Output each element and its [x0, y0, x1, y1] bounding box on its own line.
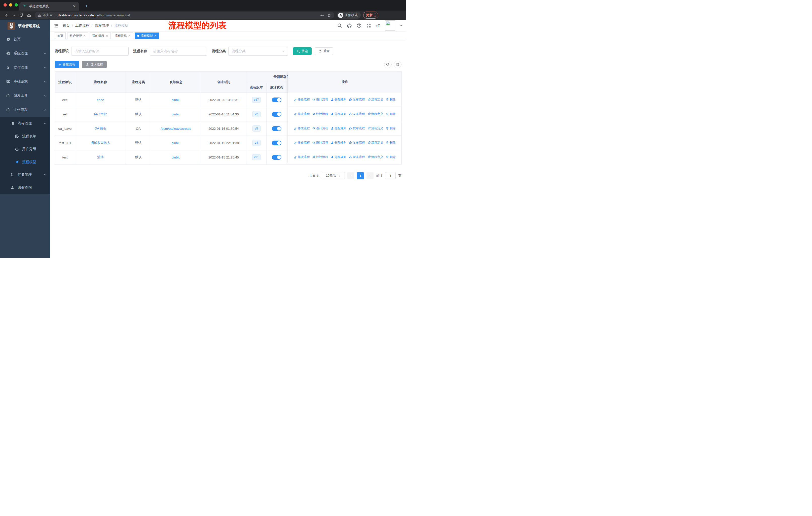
category-select[interactable]: 流程分类 ∨: [228, 47, 288, 56]
active-toggle[interactable]: [272, 141, 282, 145]
refresh-icon[interactable]: [394, 61, 402, 68]
avatar[interactable]: [385, 20, 395, 31]
action-assign-link[interactable]: 分配规则: [331, 126, 347, 131]
process-name-link[interactable]: 滔博: [97, 155, 104, 159]
tag-process-model[interactable]: 流程模型✕: [135, 32, 159, 39]
forward-icon[interactable]: [10, 11, 18, 19]
sidebar-item-process-mgmt[interactable]: 流程管理: [0, 117, 50, 130]
action-delete-link[interactable]: 删除: [386, 141, 396, 145]
process-key-input[interactable]: [71, 47, 128, 56]
close-icon[interactable]: ✕: [128, 34, 130, 37]
window-controls[interactable]: [3, 3, 18, 6]
sidebar-item-leave-query[interactable]: 请假查询: [0, 181, 50, 194]
action-design-link[interactable]: 设计流程: [312, 141, 328, 145]
action-design-link[interactable]: 设计流程: [312, 155, 328, 159]
help-icon[interactable]: [357, 23, 361, 28]
action-publish-link[interactable]: 发布流程: [349, 155, 365, 159]
security-chip[interactable]: 不安全: [38, 13, 53, 18]
action-delete-link[interactable]: 删除: [386, 98, 396, 102]
action-definition-link[interactable]: 流程定义: [368, 155, 383, 159]
window-zoom-button[interactable]: [14, 3, 18, 6]
prev-page-button[interactable]: ‹: [347, 172, 354, 180]
active-toggle[interactable]: [272, 126, 282, 131]
action-assign-link[interactable]: 分配规则: [331, 155, 347, 159]
action-delete-link[interactable]: 删除: [386, 155, 396, 159]
sidebar-item-user-group[interactable]: 用户分组: [0, 143, 50, 156]
sidebar-collapse-icon[interactable]: [54, 23, 59, 28]
browser-tab[interactable]: 芋道管理系统 ✕: [19, 2, 79, 10]
next-page-button[interactable]: ›: [367, 172, 374, 180]
sidebar-item-system[interactable]: 系统管理: [0, 46, 50, 60]
action-publish-link[interactable]: 发布流程: [349, 98, 365, 102]
sidebar-item-home[interactable]: 首页: [0, 32, 50, 46]
action-assign-link[interactable]: 分配规则: [331, 141, 347, 145]
breadcrumb-home[interactable]: 首页: [63, 23, 70, 28]
font-size-icon[interactable]: ᴛT: [376, 23, 380, 28]
process-name-link[interactable]: eeee: [97, 98, 104, 102]
form-info-link[interactable]: biubiu: [172, 98, 180, 102]
tag-my-process[interactable]: 我的流程✕: [90, 32, 111, 39]
process-name-input[interactable]: [150, 47, 207, 56]
active-toggle[interactable]: [272, 155, 282, 160]
sidebar-item-task-mgmt[interactable]: 任务管理: [0, 168, 50, 181]
breadcrumb-process-mgmt[interactable]: 流程管理: [95, 23, 109, 28]
close-icon[interactable]: ✕: [154, 34, 156, 37]
action-publish-link[interactable]: 发布流程: [349, 141, 365, 145]
password-key-icon[interactable]: [320, 13, 324, 18]
window-minimize-button[interactable]: [9, 3, 12, 6]
sidebar-item-workflow[interactable]: 工作流程: [0, 103, 50, 117]
action-definition-link[interactable]: 流程定义: [368, 126, 383, 131]
sidebar-item-devtools[interactable]: 研发工具: [0, 89, 50, 103]
app-logo[interactable]: 芋道管理系统: [0, 20, 50, 32]
action-design-link[interactable]: 设计流程: [312, 126, 328, 131]
action-edit-link[interactable]: 修改流程: [294, 155, 310, 159]
action-assign-link[interactable]: 分配规则: [331, 98, 347, 102]
action-publish-link[interactable]: 发布流程: [349, 112, 365, 116]
form-info-link[interactable]: /bpm/oa/leave/create: [161, 127, 191, 131]
form-info-link[interactable]: biubiu: [172, 141, 180, 145]
close-icon[interactable]: ✕: [106, 34, 108, 37]
goto-page-input[interactable]: [385, 172, 396, 180]
action-edit-link[interactable]: 修改流程: [294, 126, 310, 131]
process-name-link[interactable]: OA 请假: [94, 127, 107, 130]
form-info-link[interactable]: biubiu: [172, 156, 180, 159]
tag-process-form[interactable]: 流程表单✕: [112, 32, 133, 39]
action-publish-link[interactable]: 发布流程: [349, 126, 365, 131]
tag-tenant[interactable]: 租户管理✕: [67, 32, 88, 39]
action-edit-link[interactable]: 修改流程: [294, 141, 310, 145]
search-icon[interactable]: [337, 23, 342, 28]
reload-icon[interactable]: [18, 11, 25, 19]
page-size-select[interactable]: 10条/页 ∨: [322, 172, 345, 180]
tab-close-icon[interactable]: ✕: [72, 4, 77, 8]
action-definition-link[interactable]: 流程定义: [368, 98, 383, 102]
sidebar-item-process-form[interactable]: 流程表单: [0, 130, 50, 143]
create-process-button[interactable]: 新建流程: [55, 61, 79, 68]
process-name-link[interactable]: 测试多审批人: [91, 141, 110, 145]
back-icon[interactable]: [2, 11, 10, 19]
menu-dots-icon[interactable]: [375, 13, 376, 17]
action-design-link[interactable]: 设计流程: [312, 98, 328, 102]
tag-home[interactable]: 首页: [55, 32, 66, 39]
action-edit-link[interactable]: 修改流程: [294, 112, 310, 116]
active-toggle[interactable]: [272, 98, 282, 102]
action-definition-link[interactable]: 流程定义: [368, 141, 383, 145]
version-badge[interactable]: v17: [252, 97, 261, 103]
github-icon[interactable]: [347, 23, 352, 28]
reset-button[interactable]: 重置: [315, 47, 333, 55]
sidebar-item-payment[interactable]: ¥ 支付管理: [0, 60, 50, 75]
version-badge[interactable]: v5: [253, 126, 261, 132]
toggle-search-icon[interactable]: [384, 61, 392, 68]
breadcrumb-workflow[interactable]: 工作流程: [75, 23, 89, 28]
action-definition-link[interactable]: 流程定义: [368, 112, 383, 116]
action-edit-link[interactable]: 修改流程: [294, 98, 310, 102]
version-badge[interactable]: v4: [253, 140, 261, 146]
close-icon[interactable]: ✕: [83, 34, 86, 37]
address-bar[interactable]: 不安全 dashboard.yudao.iocoder.cn/bpm/manag…: [35, 11, 334, 19]
active-toggle[interactable]: [272, 112, 282, 117]
form-info-link[interactable]: biubiu: [172, 112, 180, 116]
bookmark-star-icon[interactable]: [327, 13, 331, 18]
process-name-link[interactable]: 自己审批: [94, 112, 107, 116]
caret-down-icon[interactable]: [400, 25, 403, 27]
browser-update-button[interactable]: 更新: [363, 11, 378, 19]
fullscreen-icon[interactable]: [366, 23, 371, 28]
